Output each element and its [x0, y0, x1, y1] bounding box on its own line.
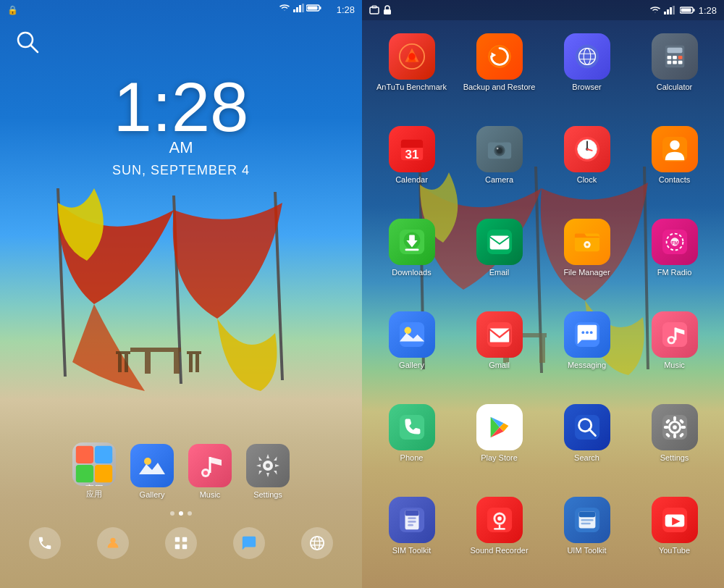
app-item-antutu[interactable]: AnTuTu Benchmark	[368, 28, 455, 117]
simtoolkit-icon	[389, 497, 435, 543]
svg-rect-137	[408, 521, 416, 523]
app-item-clock[interactable]: Clock	[543, 120, 631, 210]
battery-icon-right	[680, 6, 696, 14]
nav-phone[interactable]	[29, 527, 61, 559]
app-item-filemanager[interactable]: File Manager	[543, 213, 631, 303]
svg-rect-4	[145, 352, 151, 374]
svg-rect-70	[678, 56, 682, 59]
bottom-dock: 应用 应用 Gallery	[0, 442, 362, 566]
app-item-settings[interactable]: Settings	[631, 398, 718, 488]
gallery-icon	[389, 311, 435, 358]
downloads-label: Downloads	[392, 268, 431, 277]
svg-point-89	[670, 140, 679, 150]
svg-rect-73	[678, 61, 682, 64]
nav-apps[interactable]	[165, 527, 197, 559]
filemanager-label: File Manager	[563, 268, 610, 277]
svg-rect-35	[175, 545, 180, 549]
svg-rect-15	[302, 4, 304, 12]
gallery-dock-icon	[130, 444, 174, 487]
status-left-icons-right	[369, 5, 392, 15]
dot-1	[170, 511, 174, 516]
svg-rect-7	[118, 354, 122, 372]
backup-label: Backup and Restore	[463, 83, 536, 91]
fabric-decoration-left	[0, 188, 362, 406]
app-item-fmradio[interactable]: FM FM Radio	[631, 213, 718, 303]
gmail-label: Gmail	[489, 361, 510, 369]
svg-rect-96	[489, 235, 509, 249]
app-item-messaging[interactable]: Messaging	[543, 306, 631, 395]
music-label: Music	[200, 490, 221, 499]
dot-3	[188, 511, 192, 516]
svg-text:31: 31	[405, 148, 419, 161]
app-item-music[interactable]: Music	[631, 306, 718, 395]
svg-rect-138	[408, 524, 413, 526]
downloads-icon	[389, 219, 435, 265]
signal-icon	[292, 4, 304, 12]
playstore-icon	[476, 404, 523, 450]
lock-ampm: AM	[0, 138, 362, 157]
svg-rect-36	[182, 545, 187, 549]
app-item-gallery[interactable]: Gallery	[368, 306, 455, 395]
svg-rect-14	[299, 5, 301, 12]
svg-point-82	[496, 148, 498, 150]
photo-icon	[369, 5, 379, 15]
svg-rect-13	[296, 7, 298, 12]
svg-point-142	[497, 516, 502, 521]
svg-rect-148	[581, 519, 593, 521]
svg-point-116	[669, 338, 673, 343]
svg-point-32	[110, 538, 115, 543]
app-item-soundrecorder[interactable]: Sound Recorder	[455, 491, 543, 581]
settings-label-grid: Settings	[660, 453, 689, 462]
antutu-label: AnTuTu Benchmark	[376, 83, 447, 91]
dock-app-gallery[interactable]: Gallery	[130, 444, 174, 499]
nav-messages[interactable]	[233, 527, 265, 559]
svg-rect-72	[673, 61, 677, 64]
soundrecorder-icon	[476, 497, 523, 543]
clock-label: Clock	[577, 175, 597, 184]
svg-rect-52	[670, 7, 672, 14]
svg-rect-21	[76, 446, 93, 463]
app-item-downloads[interactable]: Downloads	[368, 213, 455, 303]
svg-rect-68	[667, 56, 671, 59]
svg-line-20	[30, 45, 38, 52]
svg-rect-17	[320, 7, 321, 9]
app-item-youtube[interactable]: YouTube	[631, 491, 718, 581]
app-item-calculator[interactable]: Calculator	[631, 28, 718, 117]
page-indicator	[170, 511, 192, 516]
dock-app-music[interactable]: Music	[188, 444, 232, 499]
app-item-contacts[interactable]: Contacts	[631, 120, 718, 210]
wifi-icon	[279, 4, 290, 12]
status-time-right: 1:28	[699, 5, 717, 16]
app-item-simtoolkit[interactable]: SIM Toolkit	[368, 491, 455, 581]
svg-rect-128	[681, 426, 686, 429]
app-item-uimtoolkit[interactable]: UIM Toolkit	[543, 491, 631, 581]
search-icon[interactable]	[14, 29, 41, 55]
fmradio-label: FM Radio	[657, 268, 692, 277]
dock-app-apps[interactable]: 应用 应用	[72, 442, 116, 500]
svg-point-31	[266, 463, 270, 468]
dock-app-settings[interactable]: Settings	[246, 444, 290, 499]
music-dock-icon	[188, 444, 232, 487]
apps-icon: 应用	[72, 442, 116, 486]
app-item-email[interactable]: Email	[455, 213, 543, 303]
nav-contacts[interactable]	[97, 527, 129, 559]
nav-browser[interactable]	[301, 527, 333, 559]
app-item-calendar[interactable]: 31 Calendar	[368, 120, 455, 210]
lock-icon-right	[383, 5, 392, 15]
app-item-search[interactable]: Search	[543, 398, 631, 488]
svg-point-37	[311, 537, 324, 550]
svg-rect-10	[189, 354, 193, 372]
app-item-playstore[interactable]: Play Store	[455, 398, 543, 488]
app-item-camera[interactable]: Camera	[455, 120, 543, 210]
email-icon	[476, 219, 523, 265]
app-item-browser[interactable]: Browser	[543, 28, 631, 117]
lock-date: SUN, SEPTEMBER 4	[0, 163, 362, 178]
settings-label: Settings	[253, 490, 282, 499]
app-item-backup[interactable]: Backup and Restore	[455, 28, 543, 117]
svg-rect-51	[667, 9, 669, 14]
app-item-gmail[interactable]: Gmail	[455, 306, 543, 395]
app-item-phone[interactable]: Phone	[368, 398, 455, 488]
camera-label: Camera	[485, 175, 513, 184]
phone-label: Phone	[400, 453, 424, 462]
svg-point-99	[586, 243, 589, 246]
